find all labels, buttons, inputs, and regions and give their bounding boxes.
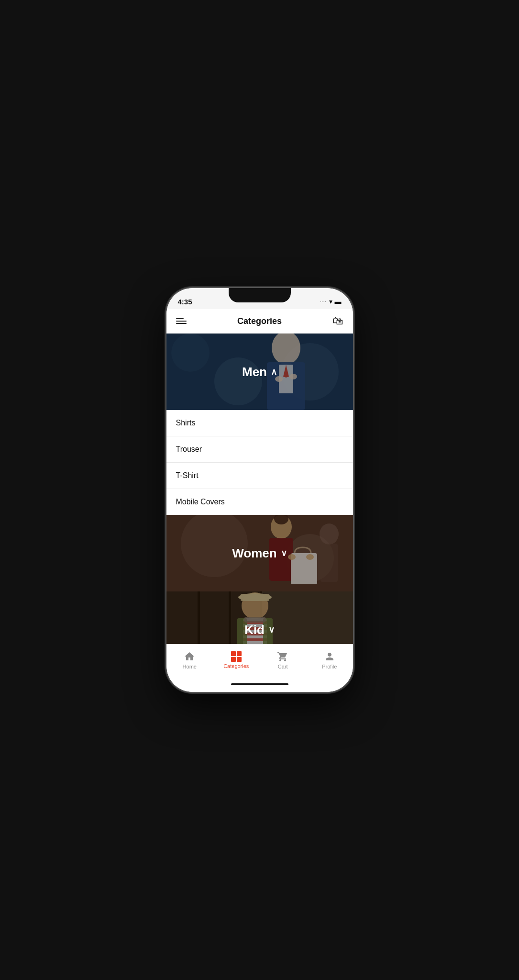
app-header: Categories 🛍	[166, 309, 353, 334]
women-banner-overlay: Women ∨	[166, 515, 353, 591]
nav-label-profile: Profile	[322, 664, 337, 669]
subcategory-item-mobile-covers[interactable]: Mobile Covers	[166, 489, 353, 515]
kid-category-banner[interactable]: Kid ∨	[166, 591, 353, 644]
women-chevron-icon: ∨	[281, 548, 287, 558]
home-indicator-area	[166, 683, 353, 692]
grid-cell-4	[237, 657, 242, 662]
nav-item-profile[interactable]: Profile	[315, 651, 344, 669]
hamburger-menu-button[interactable]	[176, 318, 187, 324]
men-category-banner[interactable]: Men ∧	[166, 334, 353, 410]
women-category-banner[interactable]: Women ∨	[166, 515, 353, 591]
person-icon	[324, 651, 335, 662]
nav-label-home: Home	[183, 664, 197, 669]
shopping-bag-icon[interactable]: 🛍	[332, 315, 343, 327]
grid-cell-1	[231, 651, 236, 656]
nav-item-categories[interactable]: Categories	[222, 651, 251, 669]
wifi-icon: ▾	[329, 298, 332, 305]
subcategory-item-trouser[interactable]: Trouser	[166, 436, 353, 463]
kid-banner-overlay: Kid ∨	[166, 591, 353, 644]
kid-category-label: Kid ∨	[244, 623, 275, 637]
men-subcategory-list: Shirts Trouser T-Shirt Mobile Covers	[166, 410, 353, 515]
menu-line-1	[176, 318, 184, 319]
phone-screen: 4:35 ···· ▾ ▬ Categories 🛍	[166, 288, 353, 692]
women-label-text: Women	[232, 546, 276, 561]
subcategory-item-shirts[interactable]: Shirts	[166, 410, 353, 436]
bottom-navigation: Home Categories Cart	[166, 644, 353, 683]
categories-grid-icon	[231, 651, 242, 662]
app-content: Men ∧ Shirts Trouser T-Shirt Mobile Cove…	[166, 334, 353, 644]
status-time: 4:35	[178, 298, 192, 306]
men-category-label: Men ∧	[242, 365, 277, 379]
nav-label-categories: Categories	[223, 663, 249, 669]
grid-cell-3	[231, 657, 236, 662]
nav-item-cart[interactable]: Cart	[268, 651, 297, 669]
nav-label-cart: Cart	[278, 664, 288, 669]
status-bar: 4:35 ···· ▾ ▬	[166, 288, 353, 309]
battery-icon: ▬	[335, 298, 342, 305]
subcategory-item-tshirt[interactable]: T-Shirt	[166, 463, 353, 489]
phone-shell: 4:35 ···· ▾ ▬ Categories 🛍	[166, 288, 353, 692]
men-chevron-icon: ∧	[271, 367, 277, 377]
nav-item-home[interactable]: Home	[175, 651, 204, 669]
men-banner-overlay: Men ∧	[166, 334, 353, 410]
signal-dots-icon: ····	[320, 300, 327, 304]
notch	[229, 288, 291, 302]
menu-line-3	[176, 323, 187, 324]
cart-icon	[277, 651, 288, 662]
grid-cell-2	[237, 651, 242, 656]
women-category-label: Women ∨	[232, 546, 287, 561]
status-icons: ···· ▾ ▬	[320, 298, 342, 305]
men-label-text: Men	[242, 365, 267, 379]
menu-line-2	[176, 321, 187, 322]
kid-chevron-icon: ∨	[268, 624, 275, 635]
page-title: Categories	[237, 316, 282, 326]
home-icon	[184, 651, 195, 662]
kid-label-text: Kid	[244, 623, 265, 637]
home-indicator-bar	[231, 683, 288, 685]
